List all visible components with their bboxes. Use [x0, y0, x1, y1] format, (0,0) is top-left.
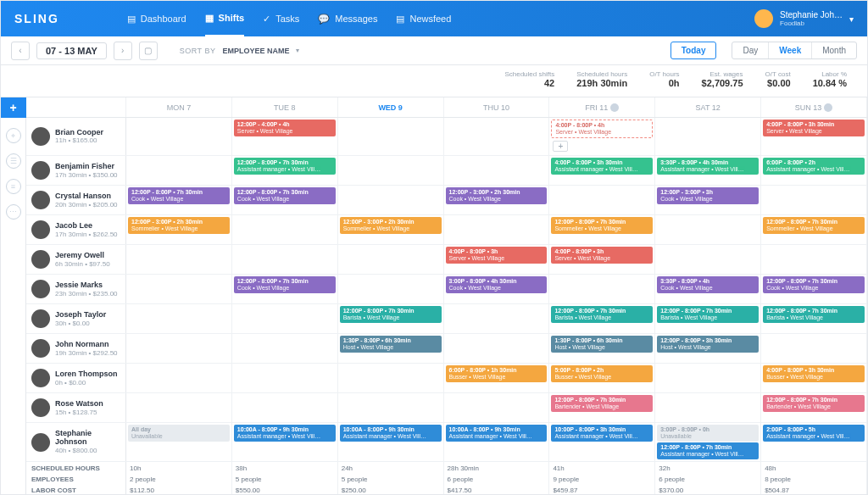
- day-cell[interactable]: 4:00P - 8:00P • 3h 30minServer • West Vi…: [761, 118, 867, 155]
- view-day[interactable]: Day: [732, 42, 769, 58]
- shift-block[interactable]: 4:00P - 8:00P • 3hServer • West Village: [446, 247, 548, 264]
- day-cell[interactable]: [338, 118, 444, 155]
- day-cell[interactable]: [761, 334, 867, 363]
- day-cell[interactable]: 12:00P - 8:00P • 7h 30minBarista • West …: [338, 304, 444, 333]
- day-cell[interactable]: [444, 334, 550, 363]
- day-cell[interactable]: 3:30P - 8:00P • 4h 30minAssistant manage…: [655, 156, 761, 185]
- day-cell[interactable]: 12:00P - 3:00P • 2h 30minSommelier • Wes…: [126, 215, 232, 244]
- shift-block[interactable]: 1:30P - 8:00P • 6h 30minHost • West Vill…: [551, 336, 653, 353]
- day-cell[interactable]: 3:00P - 8:00P • 0hUnavailable12:00P - 8:…: [655, 423, 761, 461]
- day-cell[interactable]: 12:00P - 8:00P • 7h 30minBartender • Wes…: [761, 393, 867, 422]
- day-cell[interactable]: 12:00P - 8:00P • 7h 30minCook • West Vil…: [232, 186, 338, 214]
- day-cell[interactable]: [338, 245, 444, 274]
- shift-block[interactable]: 12:00P - 8:00P • 7h 30minBarista • West …: [657, 306, 759, 323]
- day-cell[interactable]: [444, 304, 550, 333]
- day-cell[interactable]: 2:00P - 8:00P • 5hAssistant manager • We…: [761, 423, 867, 461]
- view-month[interactable]: Month: [812, 42, 856, 58]
- nav-dashboard[interactable]: ▤Dashboard: [127, 1, 186, 36]
- day-cell[interactable]: [232, 215, 338, 244]
- shift-block[interactable]: 10:00P - 8:00P • 3h 30minAssistant manag…: [551, 425, 653, 442]
- shift-block[interactable]: 4:00P - 8:00P • 3h 30minAssistant manage…: [551, 158, 653, 175]
- employee-cell[interactable]: Joseph Taylor30h • $0.00: [26, 304, 126, 333]
- day-cell[interactable]: [761, 186, 867, 214]
- group-icon[interactable]: ☰: [6, 153, 21, 169]
- day-cell[interactable]: 1:30P - 8:00P • 6h 30minHost • West Vill…: [549, 334, 655, 363]
- user-menu[interactable]: Stephanie Joh… Foodlab ▾: [754, 9, 854, 28]
- day-cell[interactable]: [338, 156, 444, 185]
- employee-cell[interactable]: Crystal Hanson20h 30min • $205.00: [26, 186, 126, 214]
- sort-value[interactable]: EMPLOYEE NAME: [222, 47, 289, 55]
- nav-tasks[interactable]: ✓Tasks: [263, 1, 299, 36]
- day-cell[interactable]: [338, 364, 444, 392]
- employee-cell[interactable]: John Normann19h 30min • $292.50: [26, 334, 126, 363]
- day-cell[interactable]: 6:00P - 8:00P • 2hAssistant manager • We…: [761, 156, 867, 185]
- day-cell[interactable]: 12:00P - 8:00P • 7h 30minCook • West Vil…: [126, 186, 232, 214]
- shift-block[interactable]: 12:00P - 8:00P • 3h 30minHost • West Vil…: [657, 336, 759, 353]
- day-cell[interactable]: [761, 245, 867, 274]
- employee-cell[interactable]: Jacob Lee17h 30min • $262.50: [26, 215, 126, 244]
- day-cell[interactable]: 12:00P - 3:00P • 2h 30minSommelier • Wes…: [338, 215, 444, 244]
- day-cell[interactable]: [444, 215, 550, 244]
- shift-block[interactable]: 10:00A - 8:00P • 9h 30minAssistant manag…: [340, 425, 442, 442]
- shift-block[interactable]: 4:00P - 8:00P • 3hServer • West Village: [551, 247, 653, 264]
- day-cell[interactable]: [549, 186, 655, 214]
- shift-block[interactable]: 4:00P - 8:00P • 3h 30minBusser • West Vi…: [763, 365, 865, 382]
- employee-cell[interactable]: Rose Watson15h • $128.75: [26, 393, 126, 422]
- day-header[interactable]: WED 9: [338, 97, 444, 117]
- shift-block[interactable]: 12:00P - 8:00P • 7h 30minCook • West Vil…: [234, 187, 336, 204]
- nav-messages[interactable]: 💬Messages: [318, 1, 377, 36]
- day-cell[interactable]: [232, 393, 338, 422]
- day-cell[interactable]: 12:00P - 8:00P • 7h 30minBarista • West …: [761, 304, 867, 333]
- day-cell[interactable]: 12:00P - 4:00P • 4hServer • West Village: [232, 118, 338, 155]
- day-cell[interactable]: [126, 275, 232, 303]
- shift-block[interactable]: 12:00P - 8:00P • 7h 30minAssistant manag…: [657, 442, 759, 459]
- shift-block[interactable]: 5:00P - 8:00P • 2hBusser • West Village: [551, 365, 653, 382]
- day-cell[interactable]: 4:00P - 8:00P • 3h 30minBusser • West Vi…: [761, 364, 867, 392]
- day-cell[interactable]: [126, 364, 232, 392]
- location-icon[interactable]: ⌖: [6, 128, 21, 143]
- day-cell[interactable]: 12:00P - 8:00P • 7h 30minBartender • Wes…: [549, 393, 655, 422]
- day-cell[interactable]: 6:00P - 8:00P • 1h 30minBusser • West Vi…: [444, 364, 550, 392]
- employee-cell[interactable]: Jessie Marks23h 30min • $235.00: [26, 275, 126, 303]
- shift-block[interactable]: 6:00P - 8:00P • 1h 30minBusser • West Vi…: [446, 365, 548, 382]
- shift-block[interactable]: 4:00P - 8:00P • 4hServer • West Village: [551, 120, 653, 138]
- shift-block[interactable]: 12:00P - 8:00P • 7h 30minSommelier • Wes…: [551, 217, 653, 234]
- day-cell[interactable]: 4:00P - 8:00P • 4hServer • West Village+: [549, 118, 655, 155]
- shift-block[interactable]: 12:00P - 8:00P • 7h 30minBarista • West …: [763, 306, 865, 323]
- nav-newsfeed[interactable]: ▤Newsfeed: [396, 1, 451, 36]
- shift-block[interactable]: 12:00P - 3:00P • 2h 30minCook • West Vil…: [446, 187, 548, 204]
- shift-block[interactable]: 12:00P - 8:00P • 7h 30minSommelier • Wes…: [763, 217, 865, 234]
- shift-block[interactable]: 10:00A - 8:00P • 9h 30minAssistant manag…: [446, 425, 548, 442]
- today-button[interactable]: Today: [670, 42, 717, 59]
- day-header[interactable]: MON 7: [126, 97, 232, 117]
- shift-block[interactable]: 6:00P - 8:00P • 2hAssistant manager • We…: [763, 158, 865, 175]
- shift-block[interactable]: 12:00P - 8:00P • 7h 30minBartender • Wes…: [763, 395, 865, 412]
- day-cell[interactable]: 5:00P - 8:00P • 2hBusser • West Village: [549, 364, 655, 392]
- day-cell[interactable]: [126, 393, 232, 422]
- employee-cell[interactable]: Benjamin Fisher17h 30min • $350.00: [26, 156, 126, 185]
- shift-block[interactable]: 12:00P - 8:00P • 7h 30minBarista • West …: [340, 306, 442, 323]
- shift-block[interactable]: 1:30P - 8:00P • 6h 30minHost • West Vill…: [340, 336, 442, 353]
- day-cell[interactable]: [126, 304, 232, 333]
- day-cell[interactable]: 12:00P - 8:00P • 7h 30minCook • West Vil…: [761, 275, 867, 303]
- day-cell[interactable]: 12:00P - 8:00P • 7h 30minSommelier • Wes…: [761, 215, 867, 244]
- shift-block[interactable]: 12:00P - 3:00P • 2h 30minSommelier • Wes…: [128, 217, 230, 234]
- day-header[interactable]: THU 10: [444, 97, 550, 117]
- next-week-button[interactable]: ›: [114, 42, 132, 60]
- day-cell[interactable]: [232, 334, 338, 363]
- shift-block[interactable]: 10:00A - 8:00P • 9h 30minAssistant manag…: [234, 425, 336, 442]
- day-cell[interactable]: 12:00P - 8:00P • 3h 30minHost • West Vil…: [655, 334, 761, 363]
- day-cell[interactable]: [338, 275, 444, 303]
- shift-block[interactable]: 12:00P - 3:00P • 3hCook • West Village: [657, 187, 759, 204]
- day-header[interactable]: FRI 11: [549, 97, 655, 117]
- day-cell[interactable]: 4:00P - 8:00P • 3h 30minAssistant manage…: [549, 156, 655, 185]
- day-cell[interactable]: [444, 393, 550, 422]
- calendar-button[interactable]: ▢: [139, 42, 158, 60]
- settings-icon[interactable]: ⋯: [6, 204, 21, 220]
- day-header[interactable]: TUE 8: [232, 97, 338, 117]
- day-cell[interactable]: 10:00A - 8:00P • 9h 30minAssistant manag…: [232, 423, 338, 461]
- date-range[interactable]: 07 - 13 MAY: [36, 42, 107, 59]
- day-cell[interactable]: [232, 245, 338, 274]
- nav-shifts[interactable]: ▦Shifts: [205, 1, 245, 36]
- employee-cell[interactable]: Loren Thompson0h • $0.00: [26, 364, 126, 392]
